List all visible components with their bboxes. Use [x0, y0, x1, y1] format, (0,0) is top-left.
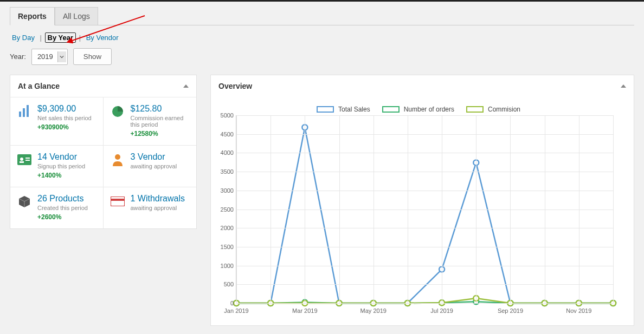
glance-cell[interactable]: 14 VendorSignup this period+1400% [10, 145, 104, 187]
y-tick: 1500 [215, 244, 234, 250]
tab-all-logs[interactable]: All Logs [55, 7, 98, 25]
glance-cell[interactable]: $125.80Commission earned this period+125… [104, 97, 197, 145]
x-tick: May 2019 [360, 307, 387, 314]
svg-point-10 [115, 154, 120, 160]
y-tick: 2000 [215, 225, 234, 231]
glance-sub: awaiting approval [131, 163, 177, 169]
credit-card-icon [110, 194, 125, 209]
tabs: Reports All Logs [10, 7, 634, 25]
x-tick: Jul 2019 [430, 307, 453, 314]
show-button[interactable]: Show [73, 48, 112, 65]
x-tick: Sep 2019 [498, 307, 523, 314]
chart-legend: Total Sales Number of orders Commision [213, 102, 624, 115]
svg-rect-7 [20, 161, 24, 163]
glance-title: 3 Vendor [131, 152, 177, 162]
glance-cell[interactable]: 1 Withdrawalsawaiting approval [104, 187, 197, 228]
pie-chart-icon [110, 104, 125, 119]
glance-delta: +12580% [131, 130, 190, 137]
glance-sub: awaiting approval [131, 205, 185, 211]
glance-title: $9,309.00 [37, 104, 92, 114]
panel-title: At a Glance [18, 82, 60, 90]
y-tick: 500 [215, 281, 234, 287]
filter-by-day[interactable]: By Day [10, 32, 37, 43]
at-a-glance-panel: At a Glance $9,309.00Net sales this peri… [10, 75, 197, 229]
y-tick: 2500 [215, 206, 234, 213]
glance-title: 26 Products [37, 194, 88, 204]
glance-cell[interactable]: $9,309.00Net sales this period+930900% [10, 97, 104, 145]
svg-point-6 [20, 158, 23, 161]
svg-rect-12 [111, 199, 125, 201]
glance-title: $125.80 [131, 104, 190, 114]
filter-by-year[interactable]: By Year [45, 32, 76, 43]
collapse-icon[interactable] [183, 84, 189, 88]
x-tick: Nov 2019 [566, 307, 591, 314]
glance-title: 1 Withdrawals [131, 194, 185, 204]
chevron-down-icon [57, 51, 66, 62]
x-tick: Jan 2019 [224, 307, 248, 314]
year-select[interactable]: 2019 [31, 49, 68, 65]
box-icon [17, 194, 32, 209]
glance-sub: Commission earned this period [131, 115, 190, 128]
tab-reports[interactable]: Reports [10, 7, 55, 25]
glance-title: 14 Vendor [37, 152, 85, 162]
y-tick: 4500 [215, 131, 234, 137]
y-tick: 3000 [215, 187, 234, 194]
year-label: Year: [10, 53, 26, 61]
y-tick: 0 [215, 300, 234, 306]
legend-orders[interactable]: Number of orders [382, 106, 454, 113]
filter-links: By Day | By Year | By Vendor [10, 34, 634, 42]
glance-sub: Net sales this period [37, 115, 92, 121]
y-tick: 3500 [215, 168, 234, 175]
legend-total-sales[interactable]: Total Sales [317, 106, 370, 113]
svg-rect-9 [25, 160, 30, 161]
glance-sub: Created this period [37, 205, 88, 211]
bar-chart-icon [17, 104, 32, 119]
x-tick: Mar 2019 [292, 307, 317, 314]
y-tick: 5000 [215, 112, 234, 119]
filter-by-vendor[interactable]: By Vendor [84, 32, 121, 43]
glance-cell[interactable]: 26 ProductsCreated this period+2600% [10, 187, 104, 228]
svg-rect-3 [27, 105, 29, 117]
glance-delta: +1400% [37, 172, 85, 179]
svg-rect-2 [23, 108, 25, 117]
y-tick: 1000 [215, 263, 234, 269]
glance-delta: +2600% [37, 213, 88, 221]
id-card-icon [17, 152, 32, 167]
overview-chart[interactable]: 0500100015002000250030003500400045005000… [236, 115, 624, 316]
collapse-icon[interactable] [621, 84, 626, 88]
year-value: 2019 [37, 53, 53, 61]
panel-title: Overview [218, 82, 252, 90]
y-tick: 4000 [215, 149, 234, 156]
glance-cell[interactable]: 3 Vendorawaiting approval [104, 145, 197, 187]
overview-panel: Overview Total Sales Number of orders [210, 75, 634, 326]
glance-delta: +930900% [37, 123, 92, 131]
svg-rect-8 [25, 158, 30, 159]
svg-rect-11 [111, 197, 125, 206]
user-icon [110, 152, 125, 167]
legend-commission[interactable]: Commision [466, 106, 520, 113]
glance-sub: Signup this period [37, 163, 85, 169]
svg-rect-1 [19, 112, 21, 117]
